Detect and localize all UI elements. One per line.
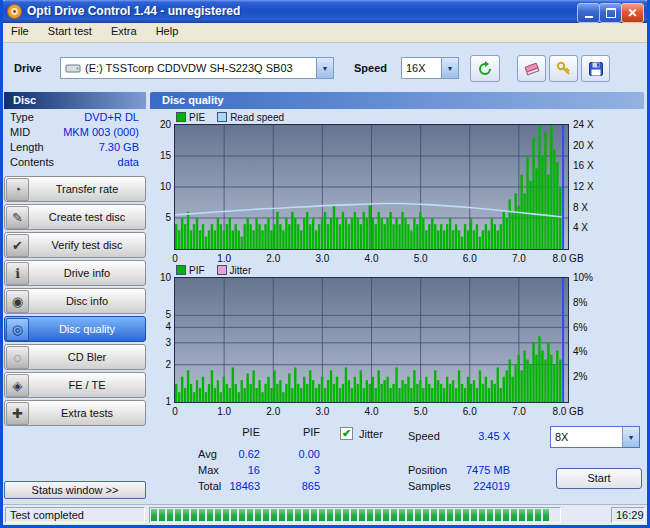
sidebar-item-label: CD Bler — [29, 351, 145, 363]
legend-label: PIF — [189, 265, 205, 276]
disc-length-label: Length — [10, 141, 44, 153]
disc-type-value: DVD+R DL — [84, 111, 139, 123]
progress-segment — [207, 509, 213, 521]
x-tick: 4.0 — [350, 406, 394, 417]
progress-segment — [407, 509, 413, 521]
license-button[interactable] — [549, 55, 578, 82]
legend-label: Jitter — [230, 265, 252, 276]
x-tick: 2.0 — [251, 406, 295, 417]
progress-segment — [351, 509, 357, 521]
sidebar-item-disc-info[interactable]: ◉Disc info — [4, 288, 146, 314]
avg-pif-value: 0.00 — [270, 448, 320, 460]
drive-select[interactable]: (E:) TSSTcorp CDDVDW SH-S223Q SB03 ▼ — [60, 57, 334, 79]
y-left-tick: 15 — [145, 150, 171, 161]
sidebar-item-drive-info[interactable]: ℹDrive info — [4, 260, 146, 286]
y-left-tick: 20 — [145, 119, 171, 130]
maximize-icon — [606, 8, 616, 18]
progress-segment — [287, 509, 293, 521]
sidebar-item-create-test-disc[interactable]: ✎Create test disc — [4, 204, 146, 230]
progress-segment — [343, 509, 349, 521]
sidebar-item-label: Drive info — [29, 267, 145, 279]
progress-segment — [247, 509, 253, 521]
status-text: Test completed — [5, 507, 145, 523]
sidebar-item-verify-test-disc[interactable]: ✔Verify test disc — [4, 232, 146, 258]
erase-disc-button[interactable] — [517, 55, 546, 82]
y-right-tick: 10% — [573, 272, 607, 283]
minimize-button[interactable] — [577, 3, 600, 23]
scan-speed-select[interactable]: 8X ▼ — [550, 426, 640, 448]
fe-te-icon: ◈ — [6, 374, 29, 397]
sidebar-item-transfer-rate[interactable]: ◔Transfer rate — [4, 176, 146, 202]
progress-segment — [319, 509, 325, 521]
jitter-label: Jitter — [359, 428, 383, 440]
menu-item-extra[interactable]: Extra — [103, 23, 145, 42]
close-icon: ✕ — [627, 6, 637, 20]
max-pie-value: 16 — [210, 464, 260, 476]
scan-speed-value: 3.45 X — [450, 430, 510, 442]
sidebar-item-cd-bler[interactable]: ◌CD Bler — [4, 344, 146, 370]
menu-item-file[interactable]: File — [3, 23, 37, 42]
progress-segment — [327, 509, 333, 521]
chevron-down-icon[interactable]: ▼ — [441, 58, 458, 78]
pie-legend-swatch — [176, 112, 186, 122]
max-pif-value: 3 — [270, 464, 320, 476]
cd-bler-icon: ◌ — [6, 346, 29, 369]
check-icon: ✔ — [342, 428, 351, 439]
progress-segment — [295, 509, 301, 521]
progress-segment — [271, 509, 277, 521]
menu-item-help[interactable]: Help — [148, 23, 187, 42]
progress-segment — [175, 509, 181, 521]
start-button[interactable]: Start — [556, 468, 642, 489]
progress-segment — [191, 509, 197, 521]
close-button[interactable]: ✕ — [621, 3, 644, 23]
speed-select[interactable]: 16X ▼ — [401, 57, 459, 79]
y-right-tick: 8% — [573, 297, 607, 308]
progress-segment — [383, 509, 389, 521]
jitter-checkbox[interactable]: ✔ — [340, 427, 353, 440]
total-pie-value: 18463 — [210, 480, 260, 492]
y-right-tick: 6% — [573, 322, 607, 333]
chevron-down-icon[interactable]: ▼ — [622, 427, 639, 447]
sidebar-item-label: Disc info — [29, 295, 145, 307]
x-tick: 7.0 — [497, 253, 541, 264]
sidebar-item-fe-te[interactable]: ◈FE / TE — [4, 372, 146, 398]
y-right-tick: 4% — [573, 346, 607, 357]
progress-segment — [431, 509, 437, 521]
x-tick: 8.0 GB — [546, 406, 590, 417]
x-tick: 1.0 — [202, 253, 246, 264]
sidebar-item-label: Extra tests — [29, 407, 145, 419]
progress-segment — [199, 509, 205, 521]
title-bar: Opti Drive Control 1.44 - unregistered ✕ — [0, 0, 650, 23]
x-tick: 2.0 — [251, 253, 295, 264]
sidebar-item-extra-tests[interactable]: ✚Extra tests — [4, 400, 146, 426]
chevron-down-icon[interactable]: ▼ — [316, 58, 333, 78]
legend-label: Read speed — [230, 112, 284, 123]
samples-value: 224019 — [450, 480, 510, 492]
progress-segment — [455, 509, 461, 521]
progress-segment — [215, 509, 221, 521]
legend-item-pie: PIE — [176, 112, 205, 123]
progress-segment — [231, 509, 237, 521]
sidebar: Disc Type DVD+R DL MID MKM 003 (000) Len… — [4, 92, 146, 428]
menu-item-start-test[interactable]: Start test — [40, 23, 100, 42]
refresh-button[interactable] — [470, 55, 500, 82]
y-left-tick: 5 — [145, 309, 171, 320]
y-left-tick: 10 — [145, 181, 171, 192]
legend-item-read-speed: Read speed — [217, 112, 284, 123]
progress-segment — [223, 509, 229, 521]
progress-segment — [447, 509, 453, 521]
status-window-button[interactable]: Status window >> — [4, 481, 146, 499]
total-pif-value: 865 — [270, 480, 320, 492]
sidebar-item-disc-quality[interactable]: ◎Disc quality — [4, 316, 146, 342]
disc-mid-value: MKM 003 (000) — [63, 126, 139, 138]
scan-speed-selected: 8X — [551, 431, 622, 443]
disc-info-row: Length 7.30 GB — [4, 139, 146, 154]
avg-pie-value: 0.62 — [210, 448, 260, 460]
maximize-button[interactable] — [599, 3, 622, 23]
progress-segment — [471, 509, 477, 521]
pie-column-header: PIE — [210, 426, 260, 438]
save-button[interactable] — [581, 55, 610, 82]
y-left-tick: 4 — [145, 321, 171, 332]
disc-info-row: Type DVD+R DL — [4, 109, 146, 124]
disc-info-row: Contents data — [4, 154, 146, 169]
